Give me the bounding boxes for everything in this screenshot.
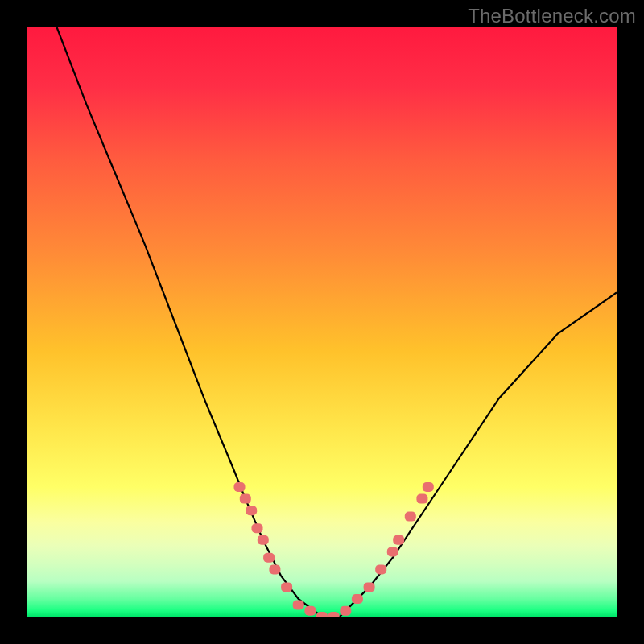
- bottleneck-curve-path: [57, 27, 617, 617]
- curve-marker: [234, 482, 246, 492]
- curve-marker: [269, 564, 280, 574]
- curve-marker: [281, 582, 292, 592]
- curve-marker: [393, 535, 404, 545]
- curve-marker: [240, 494, 251, 504]
- curve-layer: [27, 27, 617, 617]
- curve-marker: [340, 606, 351, 616]
- curve-marker: [304, 606, 316, 616]
- curve-line: [57, 27, 617, 617]
- curve-marker: [328, 612, 340, 617]
- curve-marker: [364, 582, 375, 592]
- curve-marker: [423, 482, 434, 492]
- curve-marker: [375, 564, 386, 574]
- curve-marker: [258, 535, 269, 545]
- watermark-text: TheBottleneck.com: [468, 5, 636, 27]
- curve-marker: [352, 594, 363, 604]
- chart-frame: TheBottleneck.com: [0, 0, 644, 644]
- curve-marker: [387, 547, 398, 557]
- curve-marker: [416, 494, 427, 504]
- curve-marker: [405, 512, 416, 522]
- curve-marker: [252, 523, 263, 533]
- curve-marker: [246, 506, 257, 515]
- curve-marker: [293, 600, 304, 609]
- curve-marker: [263, 553, 275, 563]
- curve-markers: [234, 482, 434, 617]
- curve-marker: [316, 612, 328, 617]
- plot-area: [27, 27, 617, 617]
